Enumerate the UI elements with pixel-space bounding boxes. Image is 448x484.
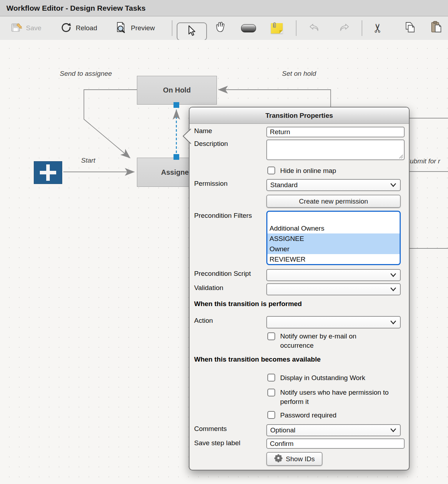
- node-start[interactable]: [34, 161, 62, 184]
- redo-button[interactable]: [336, 16, 351, 40]
- precondition-script-label: Precondition Script: [194, 270, 251, 278]
- password-required-checkbox[interactable]: [267, 411, 275, 419]
- reload-icon: [60, 22, 72, 35]
- dialog-callout-notch: [182, 128, 191, 144]
- comments-label: Comments: [194, 425, 227, 433]
- permission-label: Permission: [194, 180, 228, 188]
- save-icon: [11, 22, 22, 35]
- node-on-hold-label: On Hold: [163, 86, 191, 94]
- password-required-label: Password required: [280, 411, 336, 420]
- pan-hand-icon: [213, 20, 227, 36]
- gear-icon: [274, 454, 283, 464]
- list-item-selected[interactable]: Owner: [267, 244, 400, 254]
- edge-label-submit-for: Submit for r: [405, 157, 440, 165]
- list-item[interactable]: Additional Owners: [267, 223, 400, 233]
- note-tool[interactable]: [271, 16, 283, 40]
- scissors-icon: ✂: [370, 23, 385, 33]
- display-outstanding-label: Display in Outstanding Work: [280, 373, 365, 383]
- dialog-title: Transition Properties: [265, 112, 333, 120]
- notify-users-label: Notify users who have permission to perf…: [280, 388, 398, 406]
- notify-owner-label: Notify owner by e-mail on occurrence: [280, 332, 371, 350]
- chevron-down-icon: [390, 320, 396, 325]
- description-textarea[interactable]: [266, 140, 405, 160]
- chevron-down-icon: [390, 428, 396, 433]
- validation-label: Validation: [194, 284, 223, 292]
- list-item-selected[interactable]: ASSIGNEE: [267, 233, 400, 244]
- page-title: Workflow Editor - Design Review Tasks: [6, 4, 145, 12]
- list-item[interactable]: REVIEWER: [267, 254, 400, 264]
- name-label: Name: [194, 127, 212, 135]
- hand-tool[interactable]: [213, 16, 227, 40]
- cursor-arrow-icon: [187, 25, 197, 38]
- undo-icon: [308, 21, 322, 35]
- hide-in-online-map-label: Hide in online map: [280, 166, 336, 175]
- list-item[interactable]: [267, 213, 400, 223]
- toolbar-separator: [172, 20, 172, 36]
- preview-button[interactable]: Preview: [115, 16, 155, 40]
- chevron-down-icon: [390, 287, 396, 292]
- transition-handle-bottom[interactable]: [174, 154, 179, 160]
- edge-label-send-to-assignee: Send to assignee: [60, 70, 112, 78]
- save-button-label: Save: [26, 24, 41, 32]
- cut-button[interactable]: ✂: [373, 16, 383, 40]
- validation-select[interactable]: [266, 283, 401, 295]
- edge-label-set-on-hold: Set on hold: [282, 70, 316, 78]
- save-button[interactable]: Save: [11, 16, 41, 40]
- undo-button[interactable]: [308, 16, 322, 40]
- section-when-available: When this transition becomes available: [194, 356, 321, 363]
- action-select[interactable]: [266, 316, 401, 328]
- reload-button[interactable]: Reload: [60, 16, 97, 40]
- plus-icon: [46, 164, 50, 181]
- edge-label-start: Start: [81, 157, 95, 164]
- paste-icon: [430, 21, 443, 36]
- hide-in-online-map-checkbox[interactable]: [267, 167, 275, 174]
- permission-value: Standard: [270, 181, 298, 189]
- transition-send-to-assignee[interactable]: [84, 90, 137, 158]
- resize-grip-icon[interactable]: [399, 154, 403, 159]
- display-outstanding-checkbox[interactable]: [267, 374, 275, 382]
- precondition-script-select[interactable]: [266, 269, 401, 281]
- precondition-filters-listbox[interactable]: Additional Owners ASSIGNEE Owner REVIEWE…: [266, 211, 401, 265]
- toolbar-separator: [296, 20, 297, 36]
- node-assignee-label: Assignee: [161, 168, 193, 177]
- notify-owner-checkbox[interactable]: [267, 332, 275, 340]
- title-bar: Workflow Editor - Design Review Tasks: [0, 0, 448, 16]
- transition-properties-dialog: Transition Properties Name Description H…: [189, 107, 410, 470]
- toolbar-separator: [362, 20, 362, 36]
- node-on-hold[interactable]: On Hold: [137, 76, 217, 105]
- copy-icon: [403, 21, 416, 35]
- preview-button-label: Preview: [131, 24, 155, 32]
- description-label: Description: [194, 140, 228, 148]
- transition-handle-top[interactable]: [174, 102, 179, 108]
- comments-value: Optional: [270, 426, 295, 434]
- save-step-input[interactable]: [266, 438, 405, 449]
- rounded-rectangle-icon: [241, 24, 256, 32]
- show-ids-button[interactable]: Show IDs: [266, 452, 322, 466]
- paste-button[interactable]: [430, 16, 443, 40]
- chevron-down-icon: [390, 183, 396, 188]
- redo-icon: [336, 21, 351, 35]
- dialog-header[interactable]: Transition Properties: [190, 107, 409, 124]
- node-tool[interactable]: [241, 16, 256, 40]
- sticky-note-icon: [271, 23, 283, 33]
- reload-button-label: Reload: [76, 24, 97, 32]
- action-label: Action: [194, 317, 213, 325]
- note-fold: [279, 30, 283, 33]
- section-when-performed: When this transition is performed: [194, 300, 302, 308]
- notify-users-checkbox[interactable]: [267, 389, 275, 396]
- app-window: Workflow Editor - Design Review Tasks Sa…: [0, 0, 448, 484]
- precondition-filters-label: Precondition Filters: [194, 212, 252, 220]
- preview-icon: [115, 21, 127, 35]
- save-step-label: Save step label: [194, 439, 240, 447]
- chevron-down-icon: [390, 273, 396, 278]
- pointer-tool-selected[interactable]: [177, 22, 207, 41]
- permission-select[interactable]: Standard: [266, 179, 401, 191]
- copy-button[interactable]: [403, 16, 416, 40]
- create-new-permission-button[interactable]: Create new permission: [266, 195, 401, 208]
- name-input[interactable]: [266, 127, 405, 137]
- create-new-permission-label: Create new permission: [299, 198, 368, 205]
- show-ids-label: Show IDs: [286, 455, 315, 463]
- comments-select[interactable]: Optional: [266, 424, 401, 436]
- toolbar: Save Reload Preview: [0, 16, 448, 40]
